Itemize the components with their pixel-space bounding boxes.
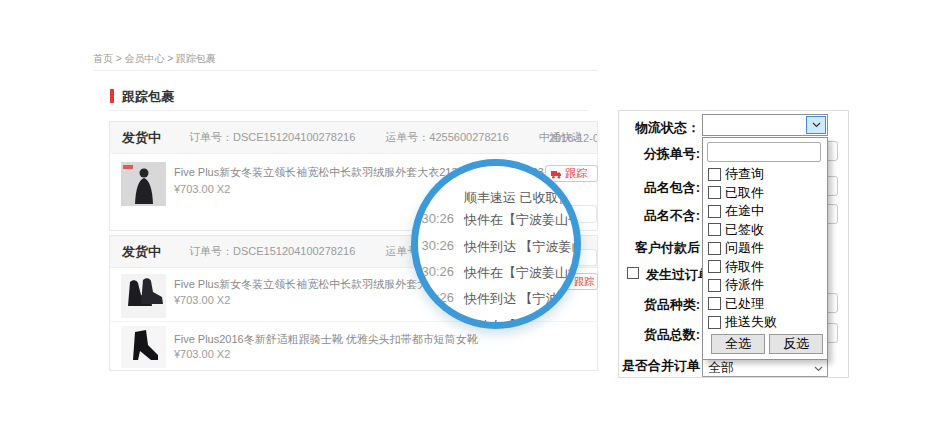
tracking-row: 30:26快件到达 【宁波鄞州 — [418, 290, 581, 306]
checkbox-icon[interactable] — [708, 205, 721, 218]
product-image[interactable] — [121, 326, 166, 370]
breadcrumb[interactable]: 首页 > 会员中心 > 跟踪包裹 — [93, 52, 216, 66]
title-divider — [110, 110, 588, 111]
panel-border-bottom — [618, 377, 849, 378]
dropdown-option-label: 推送失败 — [725, 313, 777, 331]
page-title: 跟踪包裹 — [122, 88, 174, 106]
select-all-button[interactable]: 全选 — [711, 334, 765, 354]
magnifier-circle: 顺丰速运 已收取快 30:26快件在【宁波姜山仓储 30:26快件到达 【宁波姜… — [411, 159, 581, 329]
dropdown-option-label: 待取件 — [725, 258, 764, 276]
checkbox-icon[interactable] — [708, 242, 721, 255]
product-price: ¥703.00 X2 — [174, 348, 230, 360]
product-price: ¥703.00 X2 — [174, 183, 230, 195]
checkbox-icon[interactable] — [708, 279, 721, 292]
dropdown-option[interactable]: 待派件 — [703, 276, 827, 295]
panel-border-top — [618, 110, 849, 111]
product-image[interactable] — [121, 162, 166, 206]
label-name-contains: 品名包含: — [600, 179, 700, 197]
order-date: 2016-12-0 — [549, 132, 598, 144]
product-image[interactable] — [121, 274, 166, 318]
checkbox-icon[interactable] — [708, 297, 721, 310]
dropdown-option-label: 已签收 — [725, 221, 764, 239]
tracking-row: 顺丰速运 已收取快 — [418, 189, 581, 205]
checkbox-icon[interactable] — [708, 186, 721, 199]
checkbox-icon[interactable] — [708, 260, 721, 273]
product-price: ¥703.00 X2 — [174, 294, 230, 306]
had-order-checkbox[interactable] — [627, 267, 639, 279]
label-goods-total: 货品总数: — [600, 326, 700, 344]
dropdown-option-label: 待派件 — [725, 276, 764, 294]
product-title[interactable]: Five Plus2016冬新舒适粗跟骑士靴 优雅尖头扣带都市短筒女靴 — [174, 332, 598, 347]
dropdown-option[interactable]: 已处理 — [703, 295, 827, 314]
order-number: 订单号：DSCE151204100278216 — [189, 130, 355, 145]
dropdown-option[interactable]: 推送失败 — [703, 313, 827, 332]
panel-border-right — [848, 110, 849, 378]
checkbox-icon[interactable] — [708, 168, 721, 181]
tracking-row: 30:26快件到达 【宁波姜山集 — [418, 238, 581, 254]
dropdown-option-label: 已取件 — [725, 184, 764, 202]
screen: 首页 > 会员中心 > 跟踪包裹 跟踪包裹 发货中 订单号：DSCE151204… — [0, 0, 940, 428]
dropdown-search-input[interactable] — [707, 142, 821, 162]
dropdown-option-label: 待查询 — [725, 165, 764, 183]
title-accent-bar — [110, 89, 114, 103]
dropdown-option-label: 已处理 — [725, 295, 764, 313]
logistics-status-combobox[interactable] — [702, 114, 828, 136]
track-button[interactable]: 跟踪 — [545, 165, 598, 182]
label-goods-type: 货品种类: — [600, 296, 700, 314]
chevron-down-icon — [812, 122, 821, 128]
label-sort-number: 分拣单号: — [600, 145, 700, 163]
dropdown-option-label: 在途中 — [725, 202, 764, 220]
breadcrumb-divider — [93, 70, 598, 71]
order-status: 发货中 — [122, 243, 161, 261]
dropdown-option-label: 问题件 — [725, 239, 764, 257]
track-button-label: 跟踪 — [565, 166, 587, 181]
tracking-row: 30:26快件在【宁波姜山仓储 — [418, 211, 581, 227]
label-name-excludes: 品名不含: — [600, 207, 700, 225]
label-after-payment: 客户付款后 — [600, 239, 700, 257]
order-status: 发货中 — [122, 129, 161, 147]
invert-select-button[interactable]: 反选 — [769, 334, 823, 354]
checkbox-icon[interactable] — [708, 223, 721, 236]
tracking-row: 30:26快件在【宁波姜山集散中 — [418, 264, 581, 280]
label-merge-order: 是否合并订单 — [600, 357, 700, 375]
order-number: 订单号：DSCE151204100278216 — [189, 244, 355, 259]
merge-order-select-value: 全部 — [708, 359, 734, 377]
dropdown-option[interactable]: 问题件 — [703, 239, 827, 258]
dropdown-option[interactable]: 已签收 — [703, 221, 827, 240]
dropdown-option[interactable]: 已取件 — [703, 184, 827, 203]
label-logistics-status: 物流状态： — [600, 119, 700, 137]
order-header: 发货中 订单号：DSCE151204100278216 运单号：42556002… — [110, 122, 597, 154]
dropdown-option-list: 待查询 已取件 在途中 已签收 问题件 待取件 待派件 已处理 推送失败 — [703, 165, 827, 332]
track-megaphone-icon — [550, 168, 562, 179]
dropdown-option[interactable]: 待查询 — [703, 165, 827, 184]
logistics-status-dropdown: 待查询 已取件 在途中 已签收 问题件 待取件 待派件 已处理 推送失败 全选 … — [702, 137, 828, 360]
dropdown-option[interactable]: 待取件 — [703, 258, 827, 277]
combobox-arrow-button[interactable] — [806, 116, 826, 134]
waybill-number: 运单号：4255600278216 — [385, 130, 509, 145]
checkbox-icon[interactable] — [708, 316, 721, 329]
dropdown-option[interactable]: 在途中 — [703, 202, 827, 221]
chevron-down-icon — [814, 360, 823, 375]
